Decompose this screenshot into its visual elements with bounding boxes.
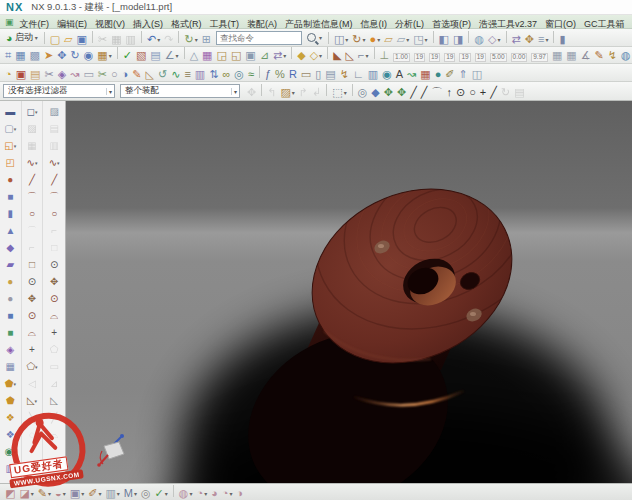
subtract-boolean-icon[interactable]: ◇▾ [308, 48, 324, 63]
search-icon[interactable] [307, 33, 316, 42]
section-analysis-icon[interactable]: ⊿ [258, 48, 271, 63]
orange-window-a-icon[interactable]: ◱▾ [4, 137, 16, 154]
sketch-page-icon[interactable]: ▢▾ [4, 120, 16, 137]
edge-blend-icon[interactable]: ◣ [331, 48, 343, 63]
select-region-icon[interactable]: ▨▾ [278, 85, 296, 100]
selection-filter-select[interactable]: 没有选择过滤器 ▾ [3, 84, 115, 98]
flash-tool-icon[interactable]: ↯ [606, 48, 619, 63]
save-file-icon[interactable]: ▣ [75, 32, 89, 47]
single-window-icon[interactable]: ▮ [557, 32, 567, 47]
spline-tool-icon[interactable]: ∿ [169, 67, 182, 82]
chamfer-icon[interactable]: ◺ [344, 48, 356, 63]
material-2-icon[interactable]: ◔▾ [194, 486, 209, 500]
solid-preselect-icon[interactable]: ◆ [369, 85, 381, 100]
stacked-cubes-icon[interactable]: ▦ [6, 358, 15, 375]
point-b-icon[interactable]: ⊙ [50, 256, 58, 273]
globe-tool-icon[interactable]: ◉ [380, 67, 394, 82]
unite-boolean-icon[interactable]: ◆ [295, 48, 307, 63]
wave-link-icon[interactable]: ≈ [246, 67, 256, 82]
menu-item-1[interactable]: 编辑(E) [53, 19, 91, 29]
snap-vertex-icon[interactable]: ↑ [444, 85, 454, 100]
menu-item-10[interactable]: 首选项(P) [428, 19, 475, 29]
grid-a-icon[interactable]: ▨ [49, 103, 58, 120]
layer-tool-icon[interactable]: ▤ [323, 67, 337, 82]
repeat-command-icon[interactable]: ↻▾ [182, 32, 199, 47]
role-model-icon[interactable]: ◪▾ [17, 486, 35, 500]
copy-up-icon[interactable]: ⇑ [457, 67, 470, 82]
block-feature-icon[interactable]: ■ [7, 188, 13, 205]
datum-plane-icon[interactable]: ⌗ [3, 48, 13, 63]
menu-item-3[interactable]: 插入(S) [129, 19, 167, 29]
sweep-tool-icon[interactable]: ↝ [68, 67, 81, 82]
text-tool-icon[interactable]: A [394, 67, 405, 82]
triangle-mesh-icon[interactable]: △ [188, 48, 200, 63]
tan-box-tool-icon[interactable]: ▤ [28, 67, 42, 82]
move-handle-icon[interactable]: ✥ [28, 290, 36, 307]
display-mode-icon[interactable]: ◳▾ [411, 32, 429, 47]
lightning-tool-icon[interactable]: ↯ [338, 67, 351, 82]
measure-angle-icon[interactable]: ∠▾ [163, 48, 181, 63]
record-movie-icon[interactable]: ▬ [5, 103, 15, 120]
gold-tree-b-icon[interactable]: ⬟ [6, 392, 15, 409]
tolerance-2-icon[interactable]: 19 [412, 50, 427, 64]
book-pair-icon[interactable]: ▥ [6, 460, 15, 477]
booklet-tool-icon[interactable]: ▥ [193, 67, 207, 82]
cylinder-feature-icon[interactable]: ▮ [8, 205, 14, 222]
requirement-r-icon[interactable]: R [287, 67, 299, 82]
menu-item-14[interactable]: 帮助(H) [629, 19, 632, 29]
menu-item-7[interactable]: 产品制造信息(M) [281, 19, 357, 29]
circle-tool-icon[interactable]: ○ [109, 67, 120, 82]
arc-curve-icon[interactable]: ⌒ [27, 188, 37, 205]
direct-sketch-icon[interactable]: ➤ [42, 48, 55, 63]
chamfer-sketch-icon[interactable]: ◺▾ [27, 392, 37, 409]
line-b-icon[interactable]: ╱ [51, 171, 57, 188]
trim-curve-icon[interactable]: ✂ [96, 67, 109, 82]
datum-display-icon[interactable]: ▤ [148, 48, 162, 63]
polygon-tool-icon[interactable]: ⬠▾ [26, 358, 37, 375]
view-triad-widget[interactable] [94, 431, 132, 471]
graphics-viewport[interactable] [66, 101, 632, 483]
arc-seg-b-icon[interactable]: ⌓ [50, 307, 58, 324]
gray-sphere-icon[interactable]: ● [7, 290, 13, 307]
purple-gem-icon[interactable]: ◈ [6, 341, 14, 358]
facet-body-icon[interactable]: ▦ [200, 48, 214, 63]
orbit-view-icon[interactable]: ↻▾ [350, 32, 367, 47]
part-module-icon[interactable]: ▭ [299, 67, 313, 82]
red-box-tool-icon[interactable]: ▣ [14, 67, 28, 82]
snap-endpoint-icon[interactable]: ╱ [408, 85, 419, 100]
arc-segment-icon[interactable]: ⌓ [28, 324, 36, 341]
blue-cube-icon[interactable]: ■ [7, 307, 13, 324]
tolerance-4-icon[interactable]: 19 [442, 50, 457, 64]
menu-item-13[interactable]: GC工具箱 [580, 19, 629, 29]
plus-b-icon[interactable]: + [51, 324, 57, 341]
circle-b-icon[interactable]: ○ [51, 205, 57, 222]
studio-spline-icon[interactable]: ∿▾ [27, 154, 38, 171]
gold-part-icon[interactable]: ◔ [3, 67, 14, 82]
menu-item-6[interactable]: 装配(A) [243, 19, 281, 29]
accept-check-icon[interactable]: ✓ [121, 48, 134, 63]
circle-point-icon[interactable]: ⊙ [28, 307, 36, 324]
spline-arrow-icon[interactable]: ↝ [405, 67, 418, 82]
gold-tree-a-icon[interactable]: ⬟▾ [5, 375, 16, 392]
role-pencil-icon[interactable]: ✎▾ [36, 486, 53, 500]
material-5-icon[interactable]: ◑ [234, 486, 245, 500]
golden-sphere-icon[interactable]: ● [7, 273, 13, 290]
shell-tool-icon[interactable]: ◎ [232, 67, 246, 82]
hole-icon[interactable]: ◉ [82, 48, 96, 63]
show-hide-icon[interactable]: ▱ [382, 32, 394, 47]
spiral-tool-icon[interactable]: ↺ [156, 67, 169, 82]
tolerance-1-icon[interactable]: 1.00 [391, 50, 412, 64]
gear-edit-icon[interactable]: ✐ [443, 67, 456, 82]
view-book-icon[interactable]: ▥ [366, 67, 380, 82]
blue-flower-icon[interactable]: ❖ [6, 426, 15, 443]
tolerance-9-icon[interactable]: 9.97 [529, 50, 550, 64]
percent-tool-icon[interactable]: % [273, 67, 287, 82]
orange-window-b-icon[interactable]: ◰ [6, 154, 15, 171]
assembly-constraints-icon[interactable]: ⇄ [510, 32, 523, 47]
undo-icon[interactable]: ↶▾ [145, 32, 162, 47]
tolerance-6-icon[interactable]: 19 [473, 50, 488, 64]
sketch-new-icon[interactable]: ◻▾ [27, 103, 38, 120]
point-tool-icon[interactable]: ⊙ [28, 273, 36, 290]
snap-intersection-icon[interactable]: + [478, 85, 488, 100]
corner-tool-icon[interactable]: ∟ [351, 67, 366, 82]
